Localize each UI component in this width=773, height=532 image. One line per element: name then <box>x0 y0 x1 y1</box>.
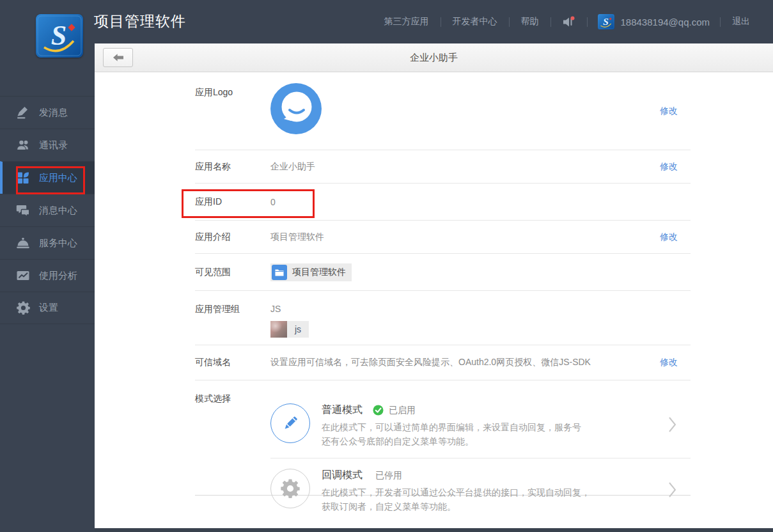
chevron-right-icon[interactable] <box>668 416 676 435</box>
account-avatar <box>598 13 614 30</box>
member-avatar <box>270 321 287 338</box>
row-app-intro: 应用介绍 项目管理软件 修改 <box>195 221 691 254</box>
field-label: 应用名称 <box>195 161 270 173</box>
logout-button[interactable]: 退出 <box>721 16 761 27</box>
field-label: 应用介绍 <box>195 231 270 243</box>
application-window: 项目管理软件 第三方应用 开发者中心 帮助 188438194@qq.com <box>0 0 773 532</box>
callback-mode-card[interactable]: 回调模式 已停用 在此模式下，开发者可以通过公众平台提供的接口，实现自动回复， … <box>270 458 691 523</box>
top-header: 项目管理软件 第三方应用 开发者中心 帮助 188438194@qq.com <box>0 0 773 43</box>
normal-mode-text: 普通模式 已启用 在此模式下，可以通过简单的界面编辑，来设置自动回复，服务号 还… <box>322 403 581 448</box>
sidebar-item-label: 应用中心 <box>39 172 77 184</box>
sidebar-item-usage-analytics[interactable]: 使用分析 <box>0 259 95 292</box>
nav-third-party-apps[interactable]: 第三方应用 <box>373 16 441 27</box>
callback-mode-desc-line1: 在此模式下，开发者可以通过公众平台提供的接口，实现自动回复， <box>322 485 590 499</box>
callback-mode-title: 回调模式 <box>322 469 363 482</box>
admin-group-block: JS js <box>270 304 309 340</box>
enabled-check-icon <box>373 405 384 416</box>
sidebar-item-settings[interactable]: 设置 <box>0 292 95 324</box>
row-admin-group: 应用管理组 JS js <box>195 291 691 345</box>
field-label: 可信域名 <box>195 357 270 368</box>
scope-tag-label: 项目管理软件 <box>292 267 346 278</box>
sidebar-item-label: 消息中心 <box>39 205 77 217</box>
field-label: 应用管理组 <box>195 304 270 315</box>
admin-group-name: JS <box>270 304 309 314</box>
modify-trusted-domain-link[interactable]: 修改 <box>660 357 678 368</box>
field-label: 应用ID <box>195 196 270 208</box>
sidebar-item-contacts[interactable]: 通讯录 <box>0 129 95 161</box>
sidebar-item-label: 使用分析 <box>39 270 77 282</box>
callback-mode-text: 回调模式 已停用 在此模式下，开发者可以通过公众平台提供的接口，实现自动回复， … <box>322 469 590 513</box>
member-name: js <box>287 321 309 338</box>
field-label: 模式选择 <box>195 393 270 405</box>
app-settings-panel: 应用Logo 修改 应用名称 企业小助手 修改 <box>95 72 773 528</box>
compose-pencil-icon <box>16 106 30 120</box>
sidebar-item-label: 发消息 <box>39 107 68 119</box>
chevron-right-icon[interactable] <box>668 481 676 501</box>
modify-logo-link[interactable]: 修改 <box>660 106 678 117</box>
sidebar: 发消息 通讯录 <box>0 43 95 532</box>
back-arrow-icon <box>111 52 125 63</box>
app-grid-icon <box>16 171 30 185</box>
row-app-name: 应用名称 企业小助手 修改 <box>195 150 691 184</box>
row-mode-select: 模式选择 <box>195 380 691 496</box>
sidebar-item-send-message[interactable]: 发消息 <box>0 96 95 129</box>
announcement-speaker-icon[interactable] <box>551 15 587 29</box>
top-nav: 第三方应用 开发者中心 帮助 188438194@qq.com <box>373 0 762 43</box>
back-button[interactable] <box>103 48 133 67</box>
sidebar-item-label: 服务中心 <box>39 237 77 249</box>
app-name-value: 企业小助手 <box>270 161 315 173</box>
sidebar-item-service-center[interactable]: 服务中心 <box>0 226 95 259</box>
gear-icon <box>16 301 30 315</box>
account-email: 188438194@qq.com <box>621 17 710 27</box>
nav-help[interactable]: 帮助 <box>510 16 550 27</box>
gear-circle-icon <box>270 469 310 508</box>
sidebar-item-message-center[interactable]: 消息中心 <box>0 194 95 226</box>
brand-logo <box>36 14 83 58</box>
row-trusted-domain: 可信域名 设置应用可信域名，可去除页面安全风险提示、OAuth2.0网页授权、微… <box>195 345 691 380</box>
contacts-people-icon <box>16 138 30 152</box>
app-id-value: 0 <box>270 197 276 207</box>
analytics-chart-icon <box>16 269 30 283</box>
normal-mode-card[interactable]: 普通模式 已启用 在此模式下，可以通过简单的界面编辑，来设置自动回复，服务号 还… <box>270 393 691 458</box>
sidebar-item-label: 通讯录 <box>39 139 68 152</box>
modify-name-link[interactable]: 修改 <box>660 161 678 173</box>
nav-developer-center[interactable]: 开发者中心 <box>441 16 509 27</box>
sidebar-item-label: 设置 <box>39 302 58 314</box>
modify-intro-link[interactable]: 修改 <box>660 231 678 243</box>
sidebar-item-app-center[interactable]: 应用中心 <box>0 161 95 194</box>
service-dome-icon <box>16 236 30 250</box>
normal-mode-desc-line1: 在此模式下，可以通过简单的界面编辑，来设置自动回复，服务号 <box>322 420 581 434</box>
scope-tag: 项目管理软件 <box>270 263 352 281</box>
app-logo-image <box>270 83 322 137</box>
account-menu[interactable]: 188438194@qq.com <box>588 13 721 30</box>
row-visible-scope: 可见范围 项目管理软件 <box>195 254 691 291</box>
brand-title: 项目管理软件 <box>94 0 186 43</box>
page-header: 企业小助手 <box>95 43 773 72</box>
normal-mode-title: 普通模式 <box>322 403 363 417</box>
sidebar-menu: 发消息 通讯录 <box>0 96 95 324</box>
app-intro-value: 项目管理软件 <box>270 231 324 243</box>
chat-bubbles-icon <box>16 203 30 217</box>
row-app-id: 应用ID 0 <box>195 184 691 221</box>
callback-mode-desc-line2: 获取订阅者，自定义菜单等功能。 <box>322 499 590 513</box>
folder-icon <box>272 265 287 280</box>
field-label: 应用Logo <box>195 87 270 98</box>
callback-mode-status: 已停用 <box>375 470 402 481</box>
bottom-strip <box>95 528 773 532</box>
normal-mode-desc-line2: 还有公众号底部的自定义菜单等功能。 <box>322 434 581 448</box>
normal-mode-status: 已启用 <box>389 405 416 416</box>
row-app-logo: 应用Logo 修改 <box>195 72 691 150</box>
admin-member-chip: js <box>270 321 309 338</box>
pencil-circle-icon <box>270 403 310 443</box>
trusted-domain-description: 设置应用可信域名，可去除页面安全风险提示、OAuth2.0网页授权、微信JS-S… <box>270 357 591 368</box>
field-label: 可见范围 <box>195 267 270 278</box>
page-title: 企业小助手 <box>95 43 773 72</box>
